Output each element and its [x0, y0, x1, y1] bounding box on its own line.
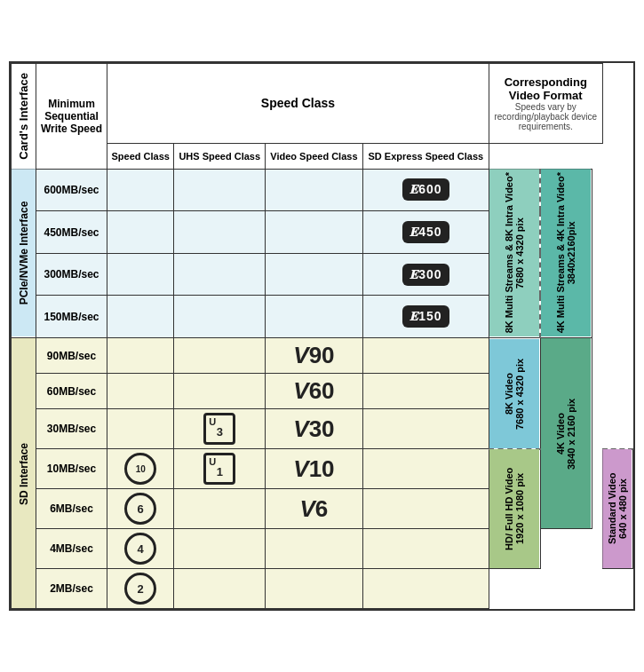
sd-express-30 [362, 409, 489, 449]
sd-express-2 [362, 569, 489, 609]
uhs1-icon: U 1 [203, 453, 235, 485]
speed-class-600 [107, 169, 174, 211]
uhs-speed-subheader: UHS Speed Class [174, 143, 266, 169]
speed-150: 150MB/sec [36, 296, 107, 338]
video-speed-6: V6 [266, 489, 363, 529]
video-speed-60: V60 [266, 374, 363, 409]
video-speed-600 [266, 169, 363, 211]
video-speed-450 [266, 211, 363, 254]
sd-express-6 [362, 489, 489, 529]
sd-express-10 [362, 449, 489, 489]
table-row: SD Interface 90MB/sec V90 8K Video7680 x… [12, 338, 633, 374]
speed-2: 2MB/sec [36, 569, 107, 609]
pcie-interface-label: PCIe/NVMe Interface [12, 169, 36, 337]
vf-4k-video: 4K Video3840 x 2160 pix [540, 338, 592, 529]
sd-express-300: 𝐄300 [362, 253, 489, 296]
video-speed-30: V30 [266, 409, 363, 449]
min-write-header: Minimum Sequential Write Speed [36, 63, 107, 169]
speed-class-90 [107, 338, 174, 374]
sd-interface-label: SD Interface [12, 338, 36, 609]
table-row: PCIe/NVMe Interface 600MB/sec 𝐄600 8K Mu… [12, 169, 633, 211]
uhs-60 [174, 374, 266, 409]
speed-10: 10MB/sec [36, 449, 107, 489]
vf-standard: Standard Video640 x 480 pix [602, 449, 632, 569]
empty-vf-col [592, 169, 602, 608]
video-format-header: Corresponding Video Format Speeds vary b… [489, 63, 602, 143]
speed-class-10: 10 [107, 449, 174, 489]
video-speed-2 [266, 569, 363, 609]
speed-class-60 [107, 374, 174, 409]
main-table-wrapper: Card's Interface Minimum Sequential Writ… [9, 61, 635, 611]
uhs-6 [174, 489, 266, 529]
video-speed-subheader: Video Speed Class [266, 143, 363, 169]
sd-express-subheader: SD Express Speed Class [362, 143, 489, 169]
table-row: 10MB/sec 10 U 1 V10 [12, 449, 633, 489]
speed-class-30 [107, 409, 174, 449]
speed-class-subheader: Speed Class [107, 143, 174, 169]
vf-hd-video: HD/ Full HD Video1920 x 1080 pix [489, 449, 540, 569]
uhs-450 [174, 211, 266, 254]
speed-4: 4MB/sec [36, 529, 107, 569]
video-speed-4 [266, 529, 363, 569]
sd-express-600: 𝐄600 [362, 169, 489, 211]
speed-600: 600MB/sec [36, 169, 107, 211]
speed-class-300 [107, 253, 174, 296]
c2-icon: 2 [124, 573, 156, 605]
vf-4k-multi: 4K Multi Streams & 4K Intra Video*3840x2… [540, 169, 592, 337]
video-speed-90: V90 [266, 338, 363, 374]
table-row: 2MB/sec 2 [12, 569, 633, 609]
speed-6: 6MB/sec [36, 489, 107, 529]
speed-60: 60MB/sec [36, 374, 107, 409]
uhs3-icon: U 3 [203, 413, 235, 445]
c10-icon: 10 [124, 453, 156, 485]
video-speed-10: V10 [266, 449, 363, 489]
speed-class-4: 4 [107, 529, 174, 569]
sd-express-150: 𝐄150 [362, 296, 489, 338]
vf-8k-multi: 8K Multi Streams & 8K Intra Video*7680 x… [489, 169, 540, 337]
video-speed-150 [266, 296, 363, 338]
c6-icon: 6 [124, 493, 156, 525]
speed-class-150 [107, 296, 174, 338]
uhs-4 [174, 529, 266, 569]
uhs-150 [174, 296, 266, 338]
uhs-90 [174, 338, 266, 374]
uhs-30: U 3 [174, 409, 266, 449]
sd-express-90 [362, 338, 489, 374]
speed-300: 300MB/sec [36, 253, 107, 296]
speed-class-header: Speed Class [107, 63, 489, 143]
uhs-300 [174, 253, 266, 296]
sd-express-60 [362, 374, 489, 409]
sd-express-450: 𝐄450 [362, 211, 489, 254]
speed-class-6: 6 [107, 489, 174, 529]
speed-450: 450MB/sec [36, 211, 107, 254]
uhs-600 [174, 169, 266, 211]
speed-90: 90MB/sec [36, 338, 107, 374]
uhs-10: U 1 [174, 449, 266, 489]
c4-icon: 4 [124, 533, 156, 565]
speed-30: 30MB/sec [36, 409, 107, 449]
speed-class-2: 2 [107, 569, 174, 609]
vf-8k-video: 8K Video7680 x 4320 pix [489, 338, 540, 449]
uhs-2 [174, 569, 266, 609]
video-speed-300 [266, 253, 363, 296]
speed-class-450 [107, 211, 174, 254]
interface-header: Card's Interface [12, 63, 36, 169]
sd-express-4 [362, 529, 489, 569]
